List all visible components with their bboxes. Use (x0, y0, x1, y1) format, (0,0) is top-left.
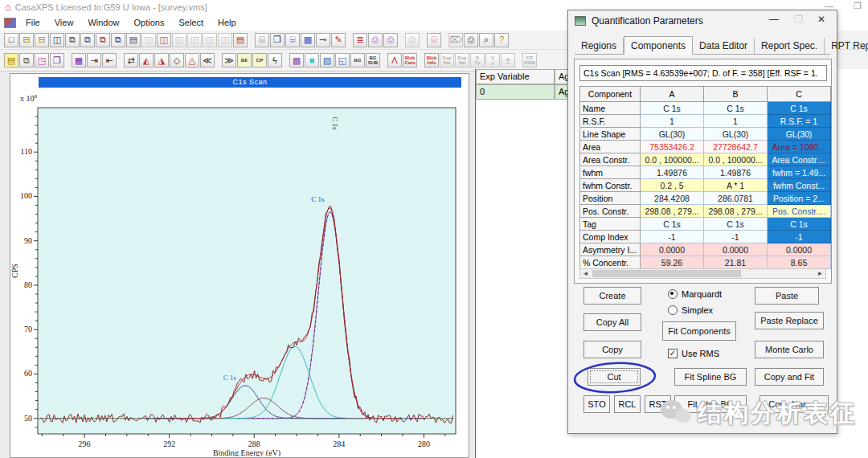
monte-carlo-button[interactable]: Monte Carlo (755, 341, 824, 358)
column-header-b[interactable]: B (704, 87, 768, 102)
column-header-component[interactable]: Component (580, 87, 641, 102)
marquardt-radio[interactable]: Marquardt (668, 289, 722, 299)
param-cell[interactable]: C 1s (704, 218, 768, 231)
param-cell[interactable]: C 1s (704, 102, 768, 115)
use-rms-checkbox[interactable]: ✓ Use RMS (668, 349, 719, 358)
list-view-icon[interactable]: ≣ (353, 33, 367, 47)
page-info-icon[interactable]: ▤ (126, 33, 141, 47)
param-cell[interactable]: 0.2 , 5 (641, 179, 704, 192)
pan-horizontal-icon[interactable]: ◇ (170, 53, 184, 67)
annotate-icon[interactable]: ▤ (233, 33, 248, 47)
fit-components-button[interactable]: Fit Components (662, 321, 736, 341)
background-icon[interactable]: BG (350, 53, 365, 67)
param-cell[interactable]: fwhm Const... (768, 179, 831, 192)
step-mode-icon[interactable]: ϟ (268, 53, 282, 67)
param-cell[interactable]: 1.49876 (704, 166, 768, 179)
print-icon[interactable]: ⎙ (464, 33, 478, 47)
param-cell[interactable]: 1 (704, 115, 768, 128)
merge-axes-icon[interactable]: ⇄ (124, 53, 138, 67)
create-button[interactable]: Create (583, 287, 641, 305)
copy-names-button[interactable]: Copy Names (760, 395, 829, 413)
simplex-radio[interactable]: Simplex (668, 305, 713, 315)
scroll-right-arrow-icon[interactable]: ► (815, 269, 825, 278)
clipboard-icon[interactable]: ⌺ (255, 33, 269, 47)
menu-options[interactable]: Options (127, 16, 172, 29)
param-cell[interactable]: GL(30) (704, 128, 768, 141)
param-cell[interactable]: 0.0 , 100000... (641, 153, 704, 166)
param-cell[interactable]: C 1s (768, 102, 831, 115)
save-overwrite-icon[interactable]: ◫ (157, 33, 171, 47)
spectrum-chart[interactable]: 5060708090100110296292288284280Binding E… (10, 88, 469, 456)
print-preview-icon[interactable]: ⌕ (479, 33, 493, 47)
paste-vamas-icon[interactable]: ⧉ (96, 33, 110, 47)
rcl-button[interactable]: RCL (614, 395, 641, 413)
image-display-icon[interactable]: ▩ (289, 53, 304, 67)
table-edit-icon[interactable]: ◳ (35, 53, 49, 67)
copy-and-fit-button[interactable]: Copy and Fit (755, 368, 824, 386)
zoom-red-1-icon[interactable]: ◭ (139, 53, 154, 67)
cps-mode-icon[interactable]: ϹΡ (252, 53, 267, 67)
param-cell[interactable]: Pos. Constr.... (768, 205, 831, 218)
print-color-2-icon[interactable]: ⎙ (383, 33, 398, 47)
fit-spline-bg-button[interactable]: Fit Spline BG (674, 368, 747, 386)
new-file-icon[interactable]: □ (4, 33, 18, 47)
rst-button[interactable]: RST (645, 395, 671, 413)
param-cell[interactable]: 8.65 (768, 256, 831, 269)
tab-report-spec-[interactable]: Report Spec. (755, 38, 825, 54)
sto-button[interactable]: STO (583, 395, 610, 413)
pages-purple-icon[interactable]: ❒ (50, 53, 64, 67)
page-tile-icon[interactable]: ▤ (4, 53, 18, 67)
tab-regions[interactable]: Regions (575, 38, 624, 54)
column-header-a[interactable]: A (641, 87, 704, 102)
param-cell[interactable]: -1 (641, 231, 704, 243)
tile-cyan-icon[interactable]: ■ (305, 53, 319, 67)
background-subtract-icon[interactable]: BGSUB (366, 53, 380, 67)
pane-splitter[interactable] (475, 69, 476, 458)
display-monitor-icon[interactable]: ⌸ (285, 33, 300, 47)
paste-replace-button[interactable]: Paste Replace (755, 312, 824, 329)
exp-variable-value[interactable]: 0 (476, 84, 555, 100)
shift-right-icon[interactable]: ⇥ (87, 53, 101, 67)
param-cell[interactable]: -1 (704, 231, 768, 243)
menu-select[interactable]: Select (171, 16, 211, 29)
param-cell[interactable]: Area Constr.... (768, 153, 831, 166)
print-color-1-icon[interactable]: ⎙ (368, 33, 383, 47)
link-spectra-icon[interactable]: ⊸ (316, 33, 330, 47)
menu-file[interactable]: File (18, 16, 47, 29)
page-up-icon[interactable]: ≪ (200, 53, 215, 67)
param-cell[interactable]: 27728642.7 (704, 141, 768, 153)
export-image-icon[interactable]: ▩ (301, 33, 315, 47)
param-cell[interactable]: 298.08 , 279... (641, 205, 704, 218)
param-cell[interactable]: 0.0000 (768, 243, 831, 256)
copy-page-icon[interactable]: ⧉ (65, 33, 80, 47)
chart-overlay-icon[interactable]: ◱ (335, 53, 350, 67)
open-convert-icon[interactable]: ⊟ (35, 33, 49, 47)
dialog-minimize-button[interactable]: — (769, 14, 779, 25)
column-header-c[interactable]: C (768, 87, 831, 102)
black-info-icon[interactable]: BlckInfo (424, 53, 439, 67)
pages-overlay-icon[interactable]: ⧉ (19, 53, 34, 67)
param-cell[interactable]: A * 1 (704, 179, 768, 192)
table-horizontal-scrollbar[interactable]: ◄ ► (579, 268, 826, 279)
param-cell[interactable]: 75353426.2 (641, 141, 704, 153)
black-cam-icon[interactable]: BlckCam (403, 53, 417, 67)
zoom-up-red-icon[interactable]: △ (185, 53, 199, 67)
param-cell[interactable]: 59.26 (641, 256, 704, 269)
energy-mode-icon[interactable]: ΒΕ (237, 53, 252, 67)
fit-step-bg-button[interactable]: Fit Step BG (674, 395, 747, 413)
zoom-red-2-icon[interactable]: ◮ (154, 53, 169, 67)
param-cell[interactable]: 0.0 , 100000... (704, 153, 768, 166)
copy-clipboard-icon[interactable]: ⌺ (427, 33, 441, 47)
shift-left-icon[interactable]: ⇤ (102, 53, 117, 67)
edit-pencil-icon[interactable]: ✎ (331, 33, 346, 47)
menu-window[interactable]: Window (80, 16, 126, 29)
save-file-icon[interactable]: ◫ (50, 33, 64, 47)
param-cell[interactable]: -1 (768, 231, 831, 243)
tab-data-editor[interactable]: Data Editor (693, 38, 755, 54)
paste-page-icon[interactable]: ⧉ (111, 33, 125, 47)
new-window-icon[interactable]: ❒ (270, 33, 285, 47)
scroll-left-arrow-icon[interactable]: ◄ (580, 269, 591, 278)
page-down-icon[interactable]: ≫ (222, 53, 236, 67)
param-cell[interactable]: Area = 1080... (768, 141, 831, 153)
param-cell[interactable]: 298.08 , 279... (704, 205, 768, 218)
